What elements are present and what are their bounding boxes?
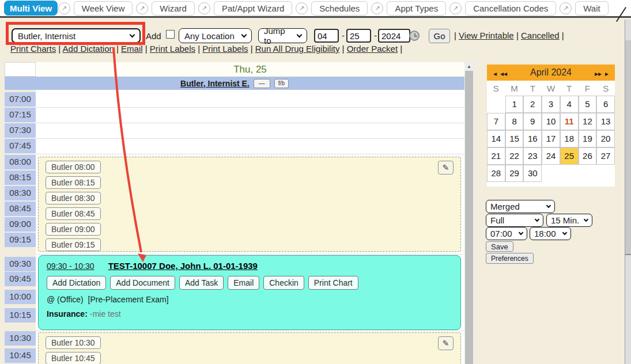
print-chart-button[interactable]: Print Chart (308, 276, 358, 290)
calendar-day-26[interactable]: 26 (579, 147, 597, 165)
date-day-input[interactable] (346, 29, 371, 43)
open-slot-button-butler-08-30[interactable]: Butler 08:30 (46, 192, 101, 204)
open-slot-button-butler-08-00[interactable]: Butler 08:00 (46, 161, 101, 173)
size-mode-select[interactable]: Full (486, 214, 543, 227)
link-print-charts[interactable]: Print Charts (10, 44, 56, 54)
page-scrollbar-thumb[interactable] (625, 40, 631, 255)
save-button[interactable]: Save (486, 241, 513, 252)
link-print-labels[interactable]: Print Labels (202, 44, 248, 54)
tab-cancellation-codes[interactable]: Cancellation Codes (465, 1, 556, 16)
scrollbar-up-arrow-icon[interactable]: ▲ (464, 62, 474, 71)
calendar-day-30[interactable]: 30 (523, 165, 542, 182)
date-month-input[interactable] (314, 29, 339, 43)
calendar-day-22[interactable]: 22 (505, 147, 524, 165)
provider-column-link[interactable]: Butler, Internist E. (180, 79, 250, 88)
open-slot-button-butler-08-15[interactable]: Butler 08:15 (46, 176, 101, 189)
calendar-day-25[interactable]: 25 (560, 147, 579, 165)
calendar-day-12[interactable]: 12 (579, 113, 597, 130)
calendar-day-13[interactable]: 13 (596, 113, 615, 130)
calendar-day-7[interactable]: 7 (487, 113, 505, 130)
link-view-printable[interactable]: View Printable (459, 31, 514, 40)
add-checkbox[interactable] (166, 30, 175, 39)
calendar-day-8[interactable]: 8 (505, 113, 524, 130)
calendar-day-4[interactable]: 4 (560, 96, 579, 113)
next-year-icon[interactable]: ▸▸ (595, 70, 602, 78)
checkin-button[interactable]: Checkin (263, 276, 304, 290)
link-add-dictation[interactable]: Add Dictation (63, 44, 114, 54)
email-button[interactable]: Email (228, 276, 259, 290)
day-end-select[interactable]: 18:00 (530, 227, 571, 240)
go-button[interactable]: Go (429, 29, 450, 43)
tab-appt-types[interactable]: Appt Types (387, 1, 446, 16)
schedule-scrollbar[interactable]: ▲ (464, 62, 474, 364)
open-slot-button-butler-09-00[interactable]: Butler 09:00 (46, 223, 101, 236)
external-link-icon[interactable]: ↗ (136, 2, 148, 14)
calendar-day-28[interactable]: 28 (487, 165, 505, 182)
tab-pat-appt-wizard[interactable]: Pat/Appt Wizard (214, 1, 292, 16)
tab-schedules[interactable]: Schedules (311, 1, 368, 16)
edit-slot-icon[interactable]: ✎ (438, 161, 454, 175)
calendar-day-21[interactable]: 21 (487, 147, 505, 165)
jump-to-select[interactable]: Jump to (258, 28, 307, 43)
calendar-day-10[interactable]: 10 (542, 113, 560, 130)
open-slot-button-butler-10-30[interactable]: Butler 10:30 (46, 336, 101, 349)
tab-week-view[interactable]: Week View (74, 1, 133, 16)
day-start-select[interactable]: 07:00 (486, 227, 527, 240)
calendar-day-19[interactable]: 19 (579, 130, 597, 147)
appointment-patient-link[interactable]: TEST-10007 Doe, John L. 01-01-1939 (108, 261, 258, 271)
add-task-button[interactable]: Add Task (179, 276, 224, 290)
open-slot-button-butler-09-15[interactable]: Butler 09:15 (46, 238, 101, 251)
link-email[interactable]: Email (121, 44, 143, 54)
edit-slot-icon[interactable]: ✎ (438, 336, 454, 350)
appointment-time-link[interactable]: 09:30 - 10:30 (47, 261, 95, 271)
open-slot-button-butler-10-45[interactable]: Butler 10:45 (46, 352, 101, 364)
calendar-day-5[interactable]: 5 (579, 96, 597, 113)
next-month-icon[interactable]: ▸ (605, 70, 609, 78)
front-back-button[interactable]: f/b (274, 79, 289, 88)
calendar-day-14[interactable]: 14 (487, 130, 505, 147)
link-order-packet[interactable]: Order Packet (347, 44, 398, 54)
interval-select[interactable]: 15 Min. (546, 214, 592, 227)
calendar-day-2[interactable]: 2 (523, 96, 542, 113)
external-link-icon[interactable]: ↗ (58, 2, 70, 14)
calendar-day-16[interactable]: 16 (523, 130, 542, 147)
external-link-icon[interactable]: ↗ (449, 2, 462, 14)
view-mode-select[interactable]: Merged (486, 200, 555, 213)
link-print-labels[interactable]: Print Labels (150, 44, 195, 54)
calendar-day-29[interactable]: 29 (505, 165, 524, 182)
collapse-column-button[interactable]: — (254, 79, 270, 88)
calendar-day-3[interactable]: 3 (542, 96, 560, 113)
prev-year-icon[interactable]: ◂◂ (500, 70, 507, 78)
date-year-input[interactable] (378, 29, 410, 43)
external-link-icon[interactable]: ↗ (371, 2, 383, 14)
calendar-day-17[interactable]: 17 (542, 130, 560, 147)
tab-wait[interactable]: Wait (575, 1, 608, 16)
calendar-day-20[interactable]: 20 (596, 130, 615, 147)
external-link-icon[interactable]: ↗ (198, 2, 210, 14)
calendar-day-11[interactable]: 11 (560, 113, 579, 130)
open-slot-button-butler-08-45[interactable]: Butler 08:45 (46, 207, 101, 220)
calendar-day-15[interactable]: 15 (505, 130, 524, 147)
clock-icon[interactable] (409, 31, 420, 41)
add-document-button[interactable]: Add Document (110, 276, 175, 290)
calendar-day-9[interactable]: 9 (523, 113, 542, 130)
calendar-day-23[interactable]: 23 (523, 147, 542, 165)
external-link-icon[interactable]: ↗ (560, 2, 572, 14)
provider-select[interactable]: Butler, Internist (12, 28, 141, 43)
page-scrollbar[interactable] (625, 20, 631, 364)
preferences-button[interactable]: Preferences (486, 253, 534, 264)
location-select[interactable]: Any Location (179, 28, 252, 43)
link-cancelled[interactable]: Cancelled (521, 31, 560, 40)
tab-wizard[interactable]: Wizard (152, 1, 195, 16)
add-dictation-button[interactable]: Add Dictation (47, 276, 106, 290)
calendar-day-18[interactable]: 18 (560, 130, 579, 147)
link-run-all-drug-eligibility[interactable]: Run All Drug Eligibility (255, 44, 340, 54)
schedule-scrollbar-thumb[interactable] (465, 71, 473, 364)
calendar-day-6[interactable]: 6 (596, 96, 615, 113)
calendar-day-24[interactable]: 24 (542, 147, 560, 165)
external-link-icon[interactable]: ↗ (296, 2, 308, 14)
tab-multi-view[interactable]: Multi View (4, 1, 58, 16)
prev-month-icon[interactable]: ◂ (493, 70, 497, 78)
calendar-day-1[interactable]: 1 (505, 96, 524, 113)
calendar-day-27[interactable]: 27 (596, 147, 615, 165)
